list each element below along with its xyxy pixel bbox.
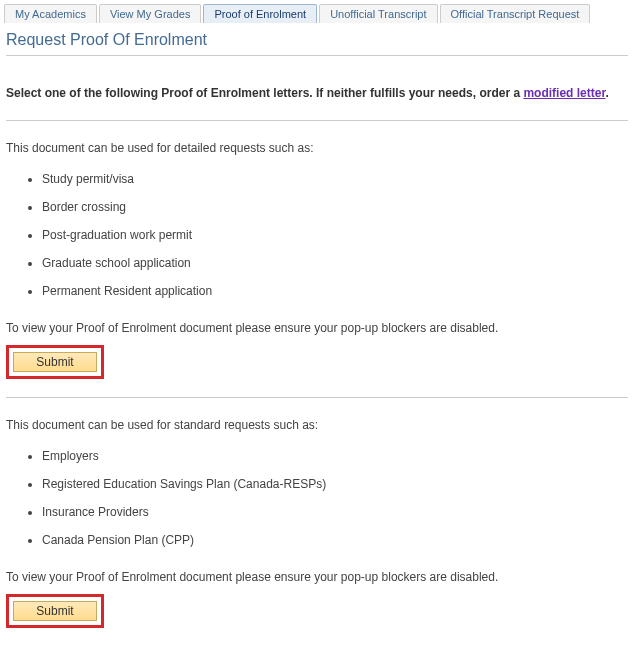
list-item: Registered Education Savings Plan (Canad… — [42, 470, 628, 498]
list-item: Border crossing — [42, 193, 628, 221]
detailed-intro: This document can be used for detailed r… — [6, 141, 628, 155]
submit-highlight-standard: Submit — [6, 594, 104, 628]
list-item: Study permit/visa — [42, 165, 628, 193]
submit-button-standard[interactable]: Submit — [13, 601, 97, 621]
detailed-list: Study permit/visa Border crossing Post-g… — [42, 165, 628, 305]
instruction-suffix: . — [605, 86, 608, 100]
list-item: Employers — [42, 442, 628, 470]
list-item: Permanent Resident application — [42, 277, 628, 305]
list-item: Post-graduation work permit — [42, 221, 628, 249]
tab-official-transcript-request[interactable]: Official Transcript Request — [440, 4, 591, 23]
instruction-text: Select one of the following Proof of Enr… — [6, 84, 628, 102]
standard-list: Employers Registered Education Savings P… — [42, 442, 628, 554]
submit-highlight-detailed: Submit — [6, 345, 104, 379]
divider — [6, 55, 628, 56]
divider — [6, 397, 628, 398]
modified-letter-link[interactable]: modified letter — [523, 86, 605, 100]
standard-section: This document can be used for standard r… — [6, 418, 628, 628]
divider — [6, 120, 628, 121]
list-item: Insurance Providers — [42, 498, 628, 526]
content-area: Request Proof Of Enrolment Select one of… — [0, 23, 634, 642]
standard-intro: This document can be used for standard r… — [6, 418, 628, 432]
list-item: Canada Pension Plan (CPP) — [42, 526, 628, 554]
tab-proof-of-enrolment[interactable]: Proof of Enrolment — [203, 4, 317, 23]
list-item: Graduate school application — [42, 249, 628, 277]
tab-unofficial-transcript[interactable]: Unofficial Transcript — [319, 4, 437, 23]
detailed-section: This document can be used for detailed r… — [6, 141, 628, 379]
instruction-prefix: Select one of the following Proof of Enr… — [6, 86, 523, 100]
tab-view-my-grades[interactable]: View My Grades — [99, 4, 202, 23]
popup-note: To view your Proof of Enrolment document… — [6, 570, 628, 584]
submit-button-detailed[interactable]: Submit — [13, 352, 97, 372]
page-title: Request Proof Of Enrolment — [6, 31, 628, 49]
popup-note: To view your Proof of Enrolment document… — [6, 321, 628, 335]
tab-bar: My Academics View My Grades Proof of Enr… — [0, 0, 634, 23]
tab-my-academics[interactable]: My Academics — [4, 4, 97, 23]
